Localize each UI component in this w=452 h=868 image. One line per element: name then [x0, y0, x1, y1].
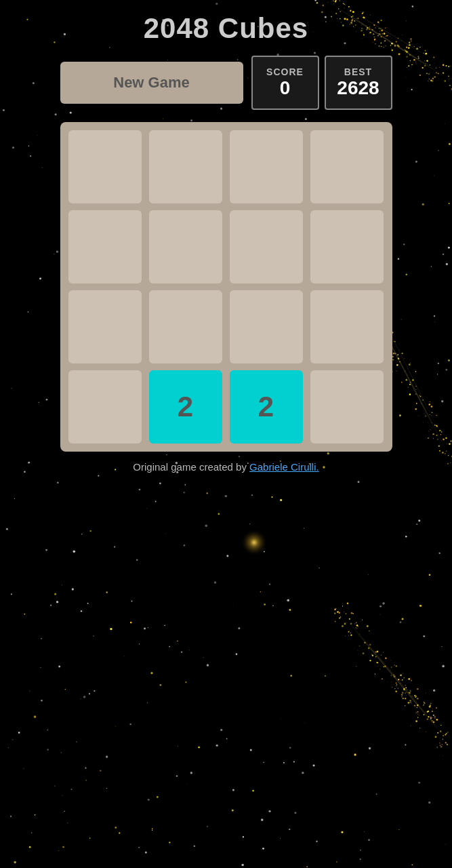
score-boxes: SCORE 0 BEST 2628	[251, 56, 392, 110]
tile: 2	[230, 370, 303, 443]
attribution: Original game created by Gabriele Cirull…	[133, 461, 319, 473]
score-label: SCORE	[266, 66, 304, 77]
game-board: 22	[60, 122, 392, 452]
tile: 2	[149, 370, 222, 443]
tile	[149, 130, 222, 203]
tile	[68, 130, 142, 203]
best-value: 2628	[337, 77, 379, 99]
best-label: BEST	[344, 66, 372, 77]
tile	[68, 210, 142, 283]
attribution-text: Original game created by	[133, 461, 249, 473]
top-bar: New Game SCORE 0 BEST 2628	[60, 56, 392, 110]
tile	[230, 290, 303, 363]
tile	[149, 210, 222, 283]
score-box: SCORE 0	[251, 56, 319, 110]
tile	[310, 210, 384, 283]
game-title: 2048 Cubes	[144, 12, 308, 45]
best-box: BEST 2628	[325, 56, 392, 110]
new-game-button[interactable]: New Game	[60, 62, 243, 104]
tile	[310, 370, 384, 443]
tile	[230, 210, 303, 283]
tile	[68, 370, 142, 443]
tile	[310, 290, 384, 363]
attribution-link[interactable]: Gabriele Cirulli.	[249, 461, 319, 473]
tile	[310, 130, 384, 203]
tile	[149, 290, 222, 363]
score-value: 0	[280, 77, 291, 99]
tile	[230, 130, 303, 203]
tile	[68, 290, 142, 363]
